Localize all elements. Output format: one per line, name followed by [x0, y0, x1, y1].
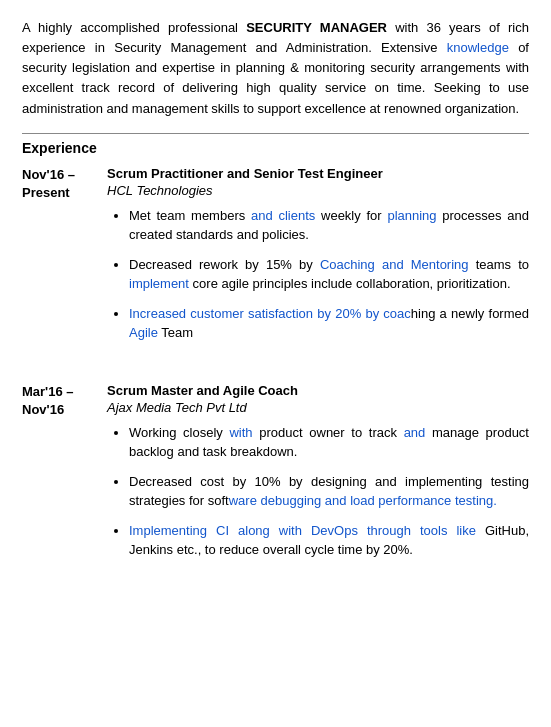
coaching-blue: Coaching	[320, 257, 375, 272]
and-highlight: and	[107, 101, 129, 116]
job-date-end-2: Nov'16	[22, 401, 107, 419]
with-highlight: with	[506, 60, 529, 75]
experience-section-title: Experience	[22, 140, 529, 156]
summary-paragraph: A highly accomplished professional SECUR…	[22, 18, 529, 119]
job-dates-2: Mar'16 – Nov'16	[22, 383, 107, 570]
job-dates-1: Nov'16 – Present	[22, 166, 107, 353]
section-divider	[22, 133, 529, 134]
clients-blue: clients	[278, 208, 315, 223]
job-entry-1: Nov'16 – Present Scrum Practitioner and …	[22, 166, 529, 353]
and-blue-1: and	[251, 208, 273, 223]
security-manager-highlight: SECURITY MANAGER	[246, 20, 387, 35]
and-blue-2: and	[382, 257, 404, 272]
bullet-list-2: Working closely with product owner to tr…	[107, 423, 529, 560]
planning-blue: planning	[387, 208, 436, 223]
job-title-1: Scrum Practitioner and Senior Test Engin…	[107, 166, 529, 181]
mentoring-blue: Mentoring	[411, 257, 469, 272]
job-date-start-1: Nov'16 –	[22, 166, 107, 184]
bullet-2-3: Implementing CI along with DevOps throug…	[129, 521, 529, 560]
with-blue-1: with	[229, 425, 252, 440]
ware-blue: ware debugging and load performance test…	[229, 493, 497, 508]
experience-section: Nov'16 – Present Scrum Practitioner and …	[22, 166, 529, 570]
increased-blue: Increased customer satisfaction by 20% b…	[129, 306, 411, 321]
bullet-list-1: Met team members and clients weekly for …	[107, 206, 529, 343]
bullet-2-2: Decreased cost by 10% by designing and i…	[129, 472, 529, 511]
job-details-1: Scrum Practitioner and Senior Test Engin…	[107, 166, 529, 353]
company-name-2: Ajax Media Tech Pvt Ltd	[107, 400, 529, 415]
job-entry-2: Mar'16 – Nov'16 Scrum Master and Agile C…	[22, 383, 529, 570]
bullet-2-1: Working closely with product owner to tr…	[129, 423, 529, 462]
bullet-1-1: Met team members and clients weekly for …	[129, 206, 529, 245]
job-date-start-2: Mar'16 –	[22, 383, 107, 401]
and-blue-3: and	[404, 425, 426, 440]
bullet-1-3: Increased customer satisfaction by 20% b…	[129, 304, 529, 343]
job-date-end-1: Present	[22, 184, 107, 202]
service-highlight: service	[325, 80, 366, 95]
implementing-blue: Implementing CI along with DevOps throug…	[129, 523, 476, 538]
job-title-2: Scrum Master and Agile Coach	[107, 383, 529, 398]
bullet-1-2: Decreased rework by 15% by Coaching and …	[129, 255, 529, 294]
job-details-2: Scrum Master and Agile Coach Ajax Media …	[107, 383, 529, 570]
knowledge-highlight: knowledge	[447, 40, 509, 55]
spacer-1	[22, 371, 529, 383]
company-name-1: HCL Technologies	[107, 183, 529, 198]
implement-blue: implement	[129, 276, 189, 291]
agile-blue: Agile	[129, 325, 158, 340]
